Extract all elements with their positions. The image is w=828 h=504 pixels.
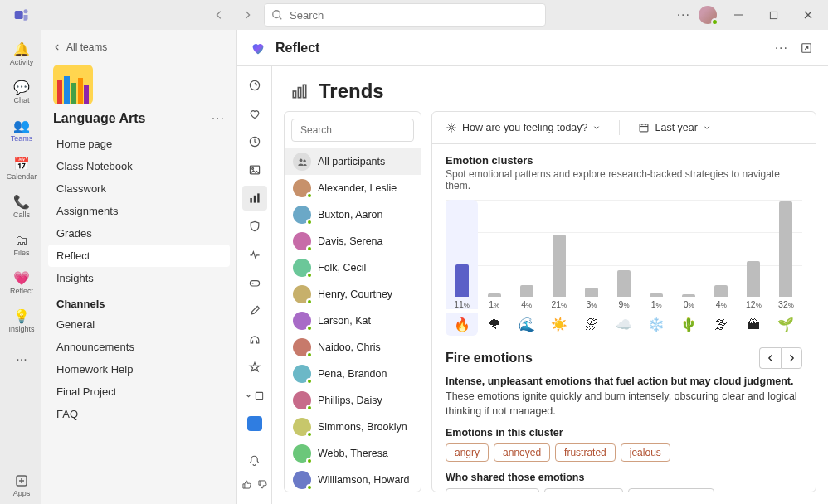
pop-out-button[interactable] bbox=[796, 36, 816, 60]
person-chip[interactable]: Alexander, Leslie bbox=[446, 488, 539, 492]
cluster-icon[interactable]: 🔥 bbox=[446, 313, 478, 336]
subrail-shield-icon[interactable] bbox=[242, 214, 267, 239]
emotion-chip[interactable]: frustrated bbox=[555, 443, 616, 462]
channel-item[interactable]: Final Project bbox=[48, 380, 230, 403]
thumbs-down-icon[interactable] bbox=[256, 476, 269, 492]
global-search-input[interactable] bbox=[288, 8, 538, 22]
chart-bar[interactable]: 1% bbox=[640, 200, 673, 309]
subrail-star-icon[interactable] bbox=[242, 355, 267, 380]
participant-item[interactable]: Henry, Courtney bbox=[285, 281, 421, 308]
window-minimize-button[interactable] bbox=[725, 3, 752, 27]
cluster-icon[interactable]: 🌱 bbox=[770, 313, 802, 336]
participant-item[interactable]: Davis, Serena bbox=[285, 228, 421, 254]
titlebar-more-button[interactable]: ··· bbox=[677, 7, 690, 22]
channel-item[interactable]: FAQ bbox=[48, 403, 230, 425]
rail-item-calls[interactable]: 📞Calls bbox=[0, 189, 41, 225]
team-nav-item[interactable]: Class Notebook bbox=[48, 155, 230, 177]
subrail-headphones-icon[interactable] bbox=[242, 327, 267, 351]
subrail-image-icon[interactable] bbox=[242, 158, 267, 182]
rail-item-teams[interactable]: 👥Teams bbox=[0, 113, 41, 149]
emotion-chip[interactable]: angry bbox=[446, 443, 489, 462]
chart-bar[interactable]: 1% bbox=[478, 200, 510, 309]
window-close-button[interactable] bbox=[795, 3, 821, 27]
cluster-icon[interactable]: ❄️ bbox=[640, 313, 673, 336]
participant-item[interactable]: Folk, Cecil bbox=[285, 254, 421, 281]
participant-item[interactable]: Naidoo, Chris bbox=[285, 334, 421, 361]
channel-item[interactable]: Announcements bbox=[48, 336, 230, 358]
person-chip[interactable]: Naidoo, Chris bbox=[544, 488, 623, 492]
next-cluster-button[interactable] bbox=[781, 347, 802, 369]
participant-item[interactable]: Phillips, Daisy bbox=[285, 387, 421, 414]
participant-all[interactable]: All participants bbox=[285, 148, 421, 175]
subrail-notify-icon[interactable] bbox=[242, 448, 267, 472]
team-nav-item[interactable]: Insights bbox=[48, 267, 230, 289]
team-nav-item[interactable]: Grades bbox=[48, 222, 230, 245]
cluster-icon[interactable]: ☁️ bbox=[607, 313, 640, 336]
subrail-game-icon[interactable] bbox=[242, 270, 267, 295]
cluster-detail-title: Fire emotions bbox=[446, 351, 533, 366]
participant-item[interactable]: Williamson, Howard bbox=[285, 467, 421, 492]
participant-search-input[interactable] bbox=[299, 124, 421, 137]
chart-bar[interactable]: 0% bbox=[673, 200, 705, 309]
subrail-trends-icon[interactable] bbox=[242, 186, 267, 211]
participant-item[interactable]: Buxton, Aaron bbox=[285, 201, 421, 228]
rail-item-activity[interactable]: 🔔Activity bbox=[0, 36, 41, 73]
global-search[interactable] bbox=[264, 3, 546, 27]
rail-item-insights[interactable]: 💡Insights bbox=[0, 303, 41, 340]
participant-item[interactable]: Larson, Kat bbox=[285, 308, 421, 334]
team-nav-item[interactable]: Home page bbox=[48, 133, 230, 155]
date-range-filter[interactable]: Last year bbox=[638, 122, 710, 133]
subrail-app-icon[interactable] bbox=[242, 411, 267, 436]
person-chip[interactable]: Webb, Theresa bbox=[628, 488, 714, 492]
team-nav-item[interactable]: Classwork bbox=[48, 177, 230, 200]
thumbs-up-icon[interactable] bbox=[240, 476, 253, 492]
rail-item-chat[interactable]: 💬Chat bbox=[0, 75, 41, 111]
cluster-icon[interactable]: ☀️ bbox=[543, 313, 575, 336]
subrail-history-icon[interactable] bbox=[242, 129, 267, 154]
rail-more-button[interactable]: ··· bbox=[0, 342, 41, 378]
subrail-collapse-icon[interactable] bbox=[242, 383, 267, 408]
chart-bar[interactable]: 3% bbox=[575, 200, 607, 309]
rail-item-reflect[interactable]: 💗Reflect bbox=[0, 265, 41, 302]
window-maximize-button[interactable] bbox=[760, 3, 787, 27]
participant-item[interactable]: Alexander, Leslie bbox=[285, 175, 421, 201]
cluster-icon[interactable]: 🌫 bbox=[705, 313, 738, 336]
prev-cluster-button[interactable] bbox=[759, 347, 781, 369]
cluster-icon[interactable]: 🌊 bbox=[510, 313, 543, 336]
reflect-more-button[interactable]: ··· bbox=[775, 41, 788, 56]
chart-bar[interactable]: 11% bbox=[446, 200, 478, 309]
question-filter[interactable]: How are you feeling today? bbox=[446, 122, 601, 133]
participant-item[interactable]: Pena, Brandon bbox=[285, 361, 421, 387]
forward-button[interactable] bbox=[236, 3, 259, 27]
rail-apps-button[interactable]: Apps bbox=[0, 468, 41, 504]
emotion-chip[interactable]: jealous bbox=[621, 443, 670, 462]
participant-item[interactable]: Simmons, Brooklyn bbox=[285, 414, 421, 440]
chart-bar[interactable]: 9% bbox=[607, 200, 640, 309]
back-to-teams-button[interactable]: All teams bbox=[48, 38, 230, 56]
participant-item[interactable]: Webb, Theresa bbox=[285, 440, 421, 467]
chart-bar[interactable]: 32% bbox=[770, 200, 802, 309]
cluster-icon[interactable]: 🏔 bbox=[738, 313, 770, 336]
subrail-checkin-icon[interactable] bbox=[242, 73, 267, 98]
channel-item[interactable]: General bbox=[48, 313, 230, 336]
emotion-chip[interactable]: annoyed bbox=[494, 443, 550, 462]
subrail-wellbeing-icon[interactable] bbox=[242, 242, 267, 267]
subrail-brush-icon[interactable] bbox=[242, 298, 267, 323]
team-nav-item[interactable]: Reflect bbox=[48, 245, 230, 267]
subrail-heart-icon[interactable] bbox=[242, 101, 267, 126]
chart-bar[interactable]: 4% bbox=[705, 200, 738, 309]
chart-bar[interactable]: 21% bbox=[543, 200, 575, 309]
team-nav-item[interactable]: Assignments bbox=[48, 200, 230, 222]
back-button[interactable] bbox=[207, 3, 231, 27]
current-user-avatar[interactable] bbox=[699, 6, 717, 24]
cluster-icon[interactable]: 🌪 bbox=[478, 313, 510, 336]
participant-search[interactable] bbox=[291, 119, 414, 142]
cluster-icon[interactable]: ⛈ bbox=[575, 313, 607, 336]
rail-item-calendar[interactable]: 📅Calendar bbox=[0, 151, 41, 187]
chart-bar[interactable]: 12% bbox=[738, 200, 770, 309]
chart-bar[interactable]: 4% bbox=[510, 200, 543, 309]
channel-item[interactable]: Homework Help bbox=[48, 358, 230, 380]
team-more-button[interactable]: ··· bbox=[212, 111, 225, 126]
rail-item-files[interactable]: 🗂Files bbox=[0, 227, 41, 264]
cluster-icon[interactable]: 🌵 bbox=[673, 313, 705, 336]
